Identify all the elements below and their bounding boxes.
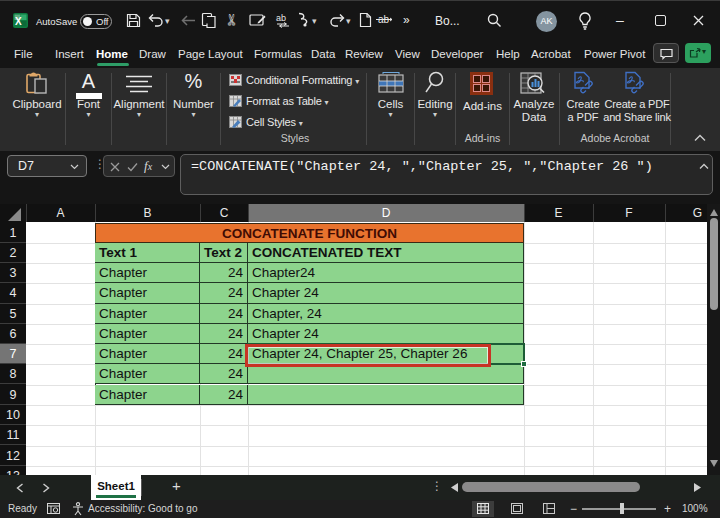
svg-text:ab: ab [276,13,286,23]
svg-text:X: X [15,16,22,27]
